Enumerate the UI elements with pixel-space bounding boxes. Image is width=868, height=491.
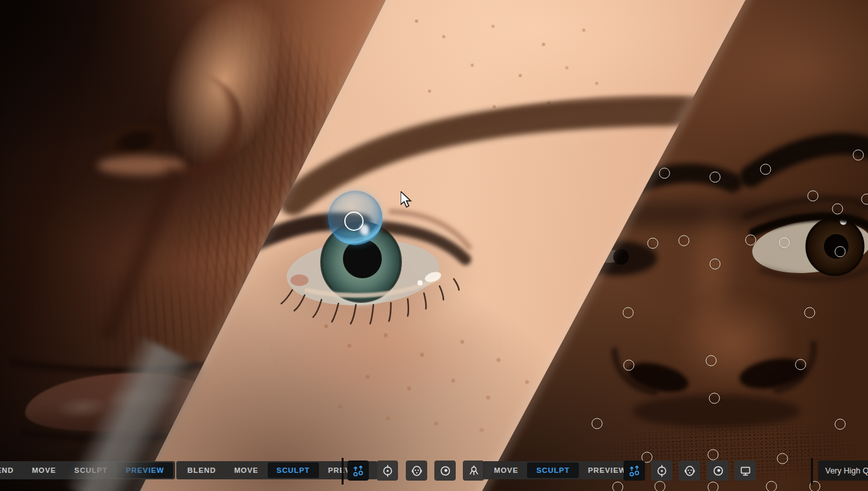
face-marker[interactable] xyxy=(804,307,815,318)
toolbar-divider xyxy=(342,458,344,485)
face-tool-button[interactable] xyxy=(679,461,700,481)
sculpt-brush[interactable] xyxy=(328,191,382,245)
target-tool-button[interactable] xyxy=(377,461,398,481)
face-marker[interactable] xyxy=(709,393,720,404)
face-marker[interactable] xyxy=(706,355,717,366)
display-icon xyxy=(739,464,752,477)
face-marker[interactable] xyxy=(624,360,635,371)
face-marker[interactable] xyxy=(835,246,846,257)
face-marker[interactable] xyxy=(708,482,719,491)
face-marker[interactable] xyxy=(853,150,864,161)
face-marker[interactable] xyxy=(648,238,659,249)
quality-dropdown[interactable]: Very High Quality xyxy=(818,461,868,481)
toolbar-left-modes: BLEND MOVE SCULPT PREVIEW xyxy=(0,461,175,479)
face-marker[interactable] xyxy=(832,204,843,215)
blend-button[interactable]: BLEND xyxy=(178,462,225,478)
face-marker[interactable] xyxy=(779,237,790,248)
face-marker[interactable] xyxy=(710,172,721,183)
quality-label: Very High Quality xyxy=(825,466,868,475)
target-icon xyxy=(381,464,394,477)
sculpt-brush-highlight xyxy=(360,224,369,235)
markers-icon xyxy=(352,464,365,477)
face-editor-viewport: BLEND MOVE SCULPT PREVIEW BLEND MOVE SCU… xyxy=(0,0,868,491)
move-button[interactable]: MOVE xyxy=(225,462,267,478)
face-marker[interactable] xyxy=(623,307,634,318)
face-marker[interactable] xyxy=(708,449,719,461)
face-tool-button[interactable] xyxy=(406,461,427,481)
face-marker[interactable] xyxy=(862,194,868,205)
face-marker[interactable] xyxy=(777,453,788,464)
sculpt-button[interactable]: SCULPT xyxy=(527,462,578,478)
sculpt-button[interactable]: SCULPT xyxy=(65,462,117,478)
young-inner-corner xyxy=(290,274,309,286)
iris-tool-button[interactable] xyxy=(707,461,729,481)
face-marker[interactable] xyxy=(745,235,757,246)
iris-icon xyxy=(439,464,452,477)
markers-tool-button[interactable] xyxy=(347,461,369,481)
blend-button[interactable]: BLEND xyxy=(0,462,23,478)
face-marker[interactable] xyxy=(679,235,690,246)
face-icon xyxy=(683,464,696,477)
move-button[interactable]: MOVE xyxy=(23,462,65,478)
face-marker[interactable] xyxy=(766,481,777,491)
target-icon xyxy=(655,464,668,477)
iris-icon xyxy=(712,464,725,477)
face-marker[interactable] xyxy=(613,482,624,491)
toolbar-divider xyxy=(811,458,813,485)
display-tool-button[interactable] xyxy=(734,461,756,481)
preview-button[interactable]: PREVIEW xyxy=(117,462,173,478)
markers-icon xyxy=(628,464,641,477)
move-button[interactable]: MOVE xyxy=(485,462,527,478)
markers-tool-button[interactable] xyxy=(624,461,645,481)
toolbar-right-modes: MOVE SCULPT PREVIEW xyxy=(483,461,637,479)
sculpt-button[interactable]: SCULPT xyxy=(268,462,319,478)
face-marker[interactable] xyxy=(655,481,666,491)
face-marker[interactable] xyxy=(795,359,806,370)
face-marker[interactable] xyxy=(760,164,771,175)
young-tear-glint xyxy=(417,280,423,285)
face-marker[interactable] xyxy=(835,419,846,430)
face-marker[interactable] xyxy=(808,191,819,202)
iris-tool-button[interactable] xyxy=(434,461,456,481)
face-marker[interactable] xyxy=(592,418,603,429)
young-pupil xyxy=(343,239,382,278)
target-tool-button[interactable] xyxy=(651,461,672,481)
face-icon xyxy=(410,464,423,477)
gizmo-tool-button[interactable] xyxy=(463,461,484,481)
face-marker[interactable] xyxy=(659,168,670,179)
face-marker[interactable] xyxy=(710,259,721,270)
gizmo-icon xyxy=(467,464,480,477)
young-eyebrow xyxy=(293,112,700,201)
